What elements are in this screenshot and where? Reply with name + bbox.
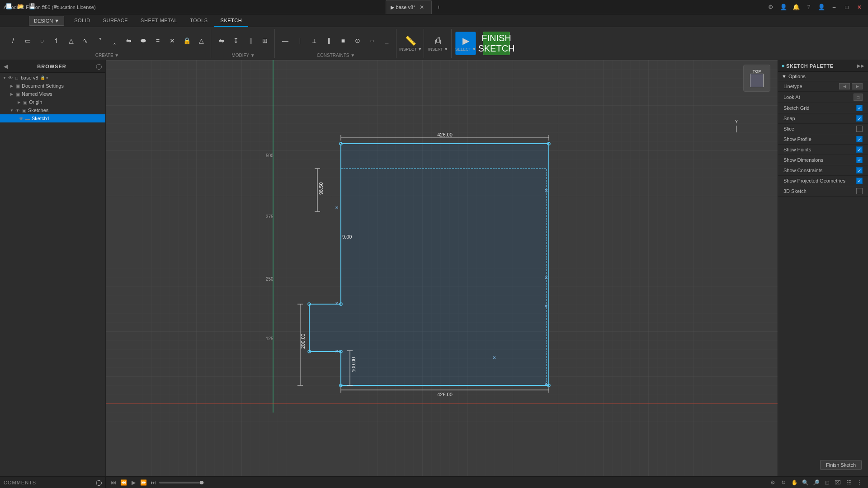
status-table-btn[interactable]: ☷ — [844, 478, 854, 487]
spline-btn[interactable]: ∿ — [79, 34, 92, 47]
settings-icon-btn[interactable]: ⚙ — [766, 2, 776, 12]
tab-tools[interactable]: TOOLS — [184, 14, 214, 27]
browser-close-btn[interactable]: ◯ — [96, 63, 102, 70]
construct-tri-btn[interactable]: △ — [194, 34, 208, 47]
show-points-checkbox[interactable]: ✓ — [856, 146, 863, 153]
undo-btn[interactable]: ↩ — [39, 1, 49, 11]
lock-base-v8[interactable]: 🔒 — [40, 75, 45, 80]
select-btn[interactable]: ▶ SELECT ▼ — [455, 32, 476, 55]
arc-btn[interactable]: ↿ — [50, 34, 63, 47]
notification-icon-btn[interactable]: 🔔 — [791, 2, 801, 12]
horiz-btn[interactable]: — — [278, 34, 292, 47]
linetype-next-btn[interactable]: ▶ — [852, 83, 863, 89]
palette-finish-sketch-btn[interactable]: Finish Sketch — [820, 460, 862, 470]
expand-doc-settings[interactable]: ▶ — [9, 83, 14, 89]
sketch-grid-checkbox[interactable]: ✓ — [856, 105, 863, 111]
status-grid-btn[interactable]: ⌧ — [833, 478, 843, 487]
status-display-btn[interactable]: ◴ — [822, 478, 832, 487]
tree-item-origin[interactable]: ▶ ▣ Origin — [0, 98, 105, 106]
lock-btn[interactable]: 🔒 — [180, 34, 193, 47]
circle-btn[interactable]: ○ — [35, 34, 49, 47]
linetype-prev-btn[interactable]: ◀ — [839, 83, 850, 89]
timeline-prev-btn[interactable]: ⏪ — [119, 479, 127, 487]
tree-item-named-views[interactable]: ▶ ▣ Named Views — [0, 90, 105, 98]
timeline-next-btn[interactable]: ⏩ — [139, 479, 147, 487]
status-more-btn[interactable]: ⋮ — [854, 478, 864, 487]
maximize-btn[interactable]: □ — [842, 2, 852, 12]
minimize-btn[interactable]: – — [829, 2, 839, 12]
inspect-measure-btn[interactable]: 📏 INSPECT ▼ — [400, 32, 421, 55]
vert-btn[interactable]: ∣ — [293, 34, 307, 47]
status-pan-btn[interactable]: ✋ — [789, 478, 799, 487]
line-btn[interactable]: / — [6, 34, 20, 47]
tang-btn[interactable]: ⊙ — [351, 34, 364, 47]
help-icon-btn[interactable]: ? — [804, 2, 814, 12]
rect-btn[interactable]: ▭ — [21, 34, 34, 47]
eq-btn[interactable]: = — [151, 34, 165, 47]
snap-checkbox[interactable]: ✓ — [856, 115, 863, 122]
offset-btn[interactable]: ⇋ — [122, 34, 136, 47]
sym-btn[interactable]: ↔ — [365, 34, 379, 47]
visibility-sketches[interactable]: 👁 — [14, 107, 21, 113]
tree-item-doc-settings[interactable]: ▶ ▣ Document Settings — [0, 82, 105, 90]
file-tab-close[interactable]: ✕ — [417, 2, 427, 12]
file-tab[interactable]: ▶ base v8* ✕ — [386, 0, 432, 14]
status-zoom-btn[interactable]: 🔎 — [811, 478, 821, 487]
expand-origin[interactable]: ▶ — [16, 99, 22, 105]
insert-btn[interactable]: ⎙ INSERT ▼ — [428, 32, 448, 55]
timeline-skip-start-btn[interactable]: ⏮ — [109, 479, 118, 487]
redo-btn[interactable]: ↪ — [51, 1, 61, 11]
look-at-btn[interactable]: □ — [854, 94, 863, 101]
show-constraints-checkbox[interactable]: ✓ — [856, 167, 863, 174]
comments-toggle-btn[interactable]: ◯ — [96, 479, 102, 486]
palette-section-header[interactable]: ▼ Options — [778, 72, 868, 81]
trim-btn[interactable]: ‸ — [108, 34, 121, 47]
status-settings-btn[interactable]: ⚙ — [768, 478, 778, 487]
coinc-btn[interactable]: ■ — [336, 34, 350, 47]
canvas-area[interactable]: 426.00 426.00 200.00 98.50 100.00 9.00 — [106, 60, 778, 476]
scale-btn[interactable]: ↧ — [229, 34, 243, 47]
show-profile-checkbox[interactable]: ✓ — [856, 136, 863, 142]
signin-icon-btn[interactable]: 👤 — [816, 2, 826, 12]
tab-solid[interactable]: SOLID — [68, 14, 97, 27]
open-btn[interactable]: 📂 — [15, 1, 25, 11]
mid-btn[interactable]: ⎯ — [380, 34, 393, 47]
parallel-btn[interactable]: ∥ — [322, 34, 335, 47]
expand-base-v8[interactable]: ▼ — [2, 75, 7, 80]
new-tab-btn[interactable]: + — [434, 2, 443, 12]
array-btn[interactable]: ⊞ — [258, 34, 272, 47]
slice-checkbox[interactable] — [856, 126, 863, 132]
3d-sketch-checkbox[interactable] — [856, 188, 863, 194]
browser-collapse-btn[interactable]: ◀ — [4, 63, 8, 70]
status-orbit-btn[interactable]: ↻ — [778, 478, 788, 487]
show-dimensions-checkbox[interactable]: ✓ — [856, 157, 863, 163]
expand-named-views[interactable]: ▶ — [9, 91, 14, 97]
close-btn[interactable]: ✕ — [854, 2, 864, 12]
fillet-btn[interactable]: ⌝ — [93, 34, 107, 47]
tab-surface[interactable]: SURFACE — [97, 14, 134, 27]
tree-item-base-v8[interactable]: ▼ 👁 □ base v8 🔒 ● — [0, 74, 105, 82]
tab-sheet-metal[interactable]: SHEET METAL — [134, 14, 184, 27]
finish-sketch-btn[interactable]: FINISH SKETCH — [483, 32, 510, 55]
new-btn[interactable]: 📃 — [4, 1, 14, 11]
timeline-slider[interactable] — [159, 482, 204, 483]
triangle-btn[interactable]: △ — [64, 34, 78, 47]
expand-sketches[interactable]: ▼ — [9, 108, 14, 113]
mirror2-btn[interactable]: ∥ — [244, 34, 257, 47]
account-icon-btn[interactable]: 👤 — [778, 2, 788, 12]
palette-collapse-btn[interactable]: ▶▶ — [857, 63, 864, 68]
tree-item-sketches[interactable]: ▼ 👁 ▣ Sketches — [0, 106, 105, 114]
show-projected-checkbox[interactable]: ✓ — [856, 178, 863, 184]
timeline-play-btn[interactable]: ▶ — [129, 479, 137, 487]
tree-item-sketch1[interactable]: 👁 ▬ Sketch1 — [0, 114, 105, 122]
offset-edge-btn[interactable]: ⇋ — [215, 34, 228, 47]
design-dropdown-btn[interactable]: DESIGN ▼ — [29, 16, 64, 26]
ellipse-btn[interactable]: ⬬ — [137, 34, 150, 47]
tab-sketch[interactable]: SKETCH — [214, 14, 249, 27]
view-cube[interactable]: TOP — [743, 65, 770, 92]
visibility-base-v8[interactable]: 👁 — [7, 75, 14, 81]
status-zoom-fit-btn[interactable]: 🔍 — [800, 478, 810, 487]
timeline-skip-end-btn[interactable]: ⏭ — [149, 479, 157, 487]
visibility-sketch1[interactable]: 👁 — [18, 115, 24, 122]
perp-btn[interactable]: ⟂ — [307, 34, 321, 47]
